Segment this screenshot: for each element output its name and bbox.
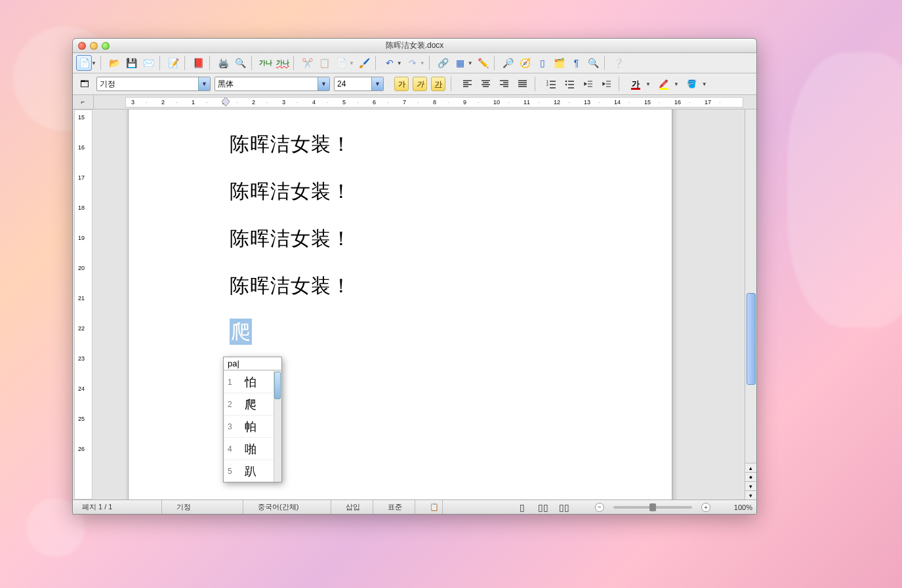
document-text-line[interactable]: 陈晖洁女装！	[230, 273, 352, 300]
dropdown-icon[interactable]: ▼	[468, 60, 473, 66]
email-button[interactable]: ✉️	[141, 55, 157, 71]
open-button[interactable]: 📂	[107, 55, 123, 71]
dropdown-icon[interactable]: ▼	[702, 81, 707, 87]
table-button[interactable]: ▦	[453, 55, 468, 71]
dropdown-icon[interactable]: ▼	[674, 81, 679, 87]
ime-candidate-char: 爬	[245, 397, 256, 412]
horizontal-ruler[interactable]: 3·2·1·1·2·3·4·5·6·7·8·9·10·11·12·13·14·1…	[125, 97, 743, 108]
font-size-combo[interactable]: 24▼	[334, 77, 384, 91]
scroll-marker-icon[interactable]: ●	[745, 472, 756, 481]
print-button[interactable]: 🖨️	[216, 55, 232, 71]
document-text-line[interactable]: 陈晖洁女装！	[230, 225, 352, 252]
zoom-slider-knob[interactable]	[649, 503, 656, 511]
cut-button[interactable]: ✂️	[300, 55, 316, 71]
scroll-up-icon[interactable]: ▴	[745, 463, 756, 472]
document-page[interactable]: 陈晖洁女装！陈晖洁女装！陈晖洁女装！陈晖洁女装！爬	[128, 109, 672, 500]
status-language[interactable]: 중국어(간체)	[253, 500, 331, 514]
ime-candidate-item[interactable]: 3帕	[224, 415, 281, 437]
status-signature[interactable]: 📋	[424, 500, 443, 514]
view-multi-page-button[interactable]: ▯▯	[537, 502, 549, 513]
zoom-out-button[interactable]: −	[595, 503, 604, 512]
ime-candidate-item[interactable]: 2爬	[224, 393, 281, 415]
data-sources-button[interactable]: 🗂️	[552, 55, 567, 71]
status-page[interactable]: 페지 1 / 1	[77, 500, 162, 514]
dropdown-icon[interactable]: ▼	[318, 77, 329, 90]
dropdown-icon[interactable]: ▼	[646, 81, 651, 87]
status-insert-mode[interactable]: 삽입	[340, 500, 373, 514]
export-pdf-button[interactable]: 📕	[191, 55, 207, 71]
dropdown-icon[interactable]: ▼	[198, 77, 210, 90]
vertical-scrollbar[interactable]: ▴ ● ▾ ▾	[745, 109, 756, 500]
numbered-list-button[interactable]: 12	[544, 77, 558, 91]
standard-toolbar: 📄▼ 📂 💾 ✉️ 📝 📕 🖨️ 🔍 가나 가나 ✂️ 📋 📄▼ 🖌️ ↶▼ ↷…	[73, 53, 756, 73]
ime-candidate-item[interactable]: 4啪	[224, 437, 281, 460]
dropdown-icon[interactable]: ▼	[349, 60, 354, 66]
highlight-button[interactable]: 🖍️	[656, 76, 672, 92]
print-preview-button[interactable]: 🔍	[233, 55, 249, 71]
ime-scrollbar-thumb[interactable]	[274, 372, 281, 399]
view-single-page-button[interactable]: ▯	[516, 502, 528, 513]
dropdown-icon[interactable]: ▼	[371, 77, 383, 90]
align-right-button[interactable]	[497, 77, 511, 91]
copy-button[interactable]: 📋	[317, 55, 333, 71]
show-draw-button[interactable]: ✏️	[476, 55, 491, 71]
document-text-line[interactable]: 陈晖洁女装！	[230, 178, 352, 205]
ruler-tick-label: 15	[78, 114, 85, 121]
bold-button[interactable]: 가	[394, 77, 409, 91]
scroll-down-icon[interactable]: ▾	[745, 490, 756, 500]
zoom-percent[interactable]: 100%	[734, 503, 752, 511]
document-text-line[interactable]: 陈晖洁女装！	[230, 131, 352, 158]
hyperlink-button[interactable]: 🔗	[436, 55, 451, 71]
format-paintbrush-button[interactable]: 🖌️	[357, 55, 373, 71]
dropdown-icon[interactable]: ▼	[420, 60, 425, 66]
decrease-indent-button[interactable]	[581, 77, 595, 91]
vertical-ruler[interactable]: 151617181920212223242526	[74, 109, 92, 500]
new-doc-button[interactable]: 📄	[76, 55, 92, 71]
dropdown-icon[interactable]: ▼	[397, 60, 402, 66]
paragraph-style-combo[interactable]: 기정▼	[96, 77, 211, 91]
indent-marker-icon[interactable]	[222, 97, 230, 108]
scrollbar-thumb[interactable]	[747, 293, 756, 385]
paste-button[interactable]: 📄	[334, 55, 350, 71]
help-button[interactable]: ❔	[611, 55, 626, 71]
redo-button[interactable]: ↷	[405, 55, 420, 71]
nonprinting-chars-button[interactable]: ¶	[569, 55, 584, 71]
underline-button[interactable]: 가	[431, 77, 445, 91]
edit-doc-button[interactable]: 📝	[166, 55, 182, 71]
ruler-corner[interactable]: ⌐	[73, 95, 94, 109]
navigator-button[interactable]: 🧭	[518, 55, 533, 71]
zoom-slider[interactable]	[613, 506, 692, 509]
find-replace-button[interactable]: 🔎	[501, 55, 516, 71]
dropdown-icon[interactable]: ▼	[91, 60, 96, 66]
spellcheck-button[interactable]: 가나	[258, 55, 274, 71]
align-center-button[interactable]	[478, 77, 493, 91]
align-left-button[interactable]	[460, 77, 474, 91]
italic-button[interactable]: 가	[413, 77, 427, 91]
save-button[interactable]: 💾	[124, 55, 140, 71]
zoom-button-toolbar[interactable]: 🔍	[586, 55, 602, 71]
preedit-text[interactable]: 爬	[230, 319, 252, 345]
ruler-tick-label: 7	[403, 99, 406, 106]
increase-indent-button[interactable]	[599, 77, 613, 91]
status-selection-mode[interactable]: 표준	[382, 500, 415, 514]
align-justify-button[interactable]	[515, 77, 529, 91]
gallery-button[interactable]: ▯	[535, 55, 550, 71]
bullet-list-button[interactable]	[562, 77, 577, 91]
styles-window-button[interactable]: 🗔	[77, 76, 92, 92]
titlebar[interactable]: 陈晖洁女装.docx	[73, 39, 756, 53]
view-book-button[interactable]: ▯▯	[558, 502, 570, 513]
ruler-tick-label: 25	[78, 416, 85, 422]
ime-scrollbar[interactable]	[274, 370, 281, 482]
scroll-down-icon[interactable]: ▾	[745, 481, 756, 490]
auto-spellcheck-button[interactable]: 가나	[275, 55, 291, 71]
background-color-button[interactable]: 🪣	[684, 76, 700, 92]
ime-candidate-item[interactable]: 1怕	[224, 370, 281, 393]
undo-button[interactable]: ↶	[382, 55, 398, 71]
page-viewport[interactable]: 陈晖洁女装！陈晖洁女装！陈晖洁女装！陈晖洁女装！爬	[94, 109, 745, 500]
status-style[interactable]: 기정	[171, 500, 243, 514]
ime-input-value: pa	[228, 359, 237, 368]
ime-candidate-item[interactable]: 5趴	[224, 460, 281, 482]
zoom-in-button[interactable]: ＋	[701, 503, 710, 512]
font-color-button[interactable]: 가	[628, 76, 644, 92]
font-name-combo[interactable]: 黑体▼	[215, 77, 330, 91]
